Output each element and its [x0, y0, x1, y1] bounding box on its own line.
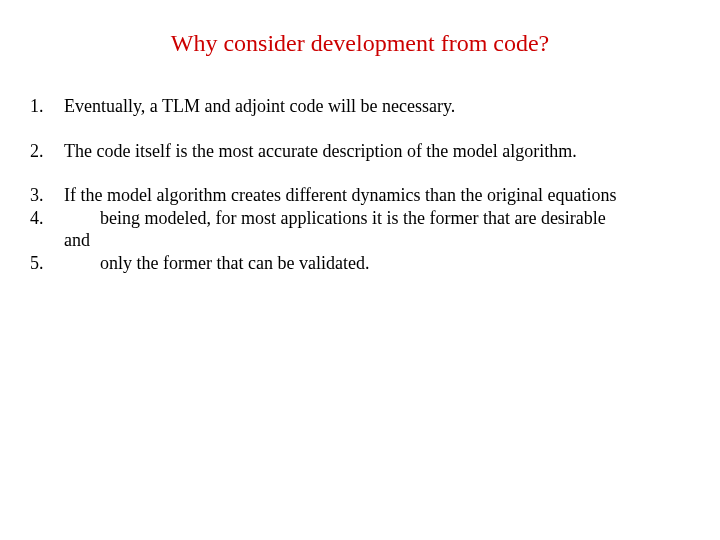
list-item: 1. Eventually, a TLM and adjoint code wi…: [30, 95, 690, 118]
list-item: 2. The code itself is the most accurate …: [30, 140, 690, 163]
item-number: 1.: [30, 95, 64, 118]
list-item: 4. being modeled, for most applications …: [30, 207, 690, 230]
item-text: only the former that can be validated.: [64, 252, 690, 275]
item-text: being modeled, for most applications it …: [64, 207, 690, 230]
list-item-continuation: and: [30, 229, 690, 252]
list-item: 3. If the model algorithm creates differ…: [30, 184, 690, 207]
item-number: 2.: [30, 140, 64, 163]
item-text: If the model algorithm creates different…: [64, 184, 690, 207]
item-text: The code itself is the most accurate des…: [64, 140, 690, 163]
slide-title: Why consider development from code?: [30, 30, 690, 57]
item-number: 3.: [30, 184, 64, 207]
slide: Why consider development from code? 1. E…: [0, 0, 720, 540]
item-text: and: [64, 229, 690, 252]
item-number: 4.: [30, 207, 64, 230]
item-text: Eventually, a TLM and adjoint code will …: [64, 95, 690, 118]
item-number: 5.: [30, 252, 64, 275]
list-item: 5. only the former that can be validated…: [30, 252, 690, 275]
numbered-list: 1. Eventually, a TLM and adjoint code wi…: [30, 95, 690, 274]
